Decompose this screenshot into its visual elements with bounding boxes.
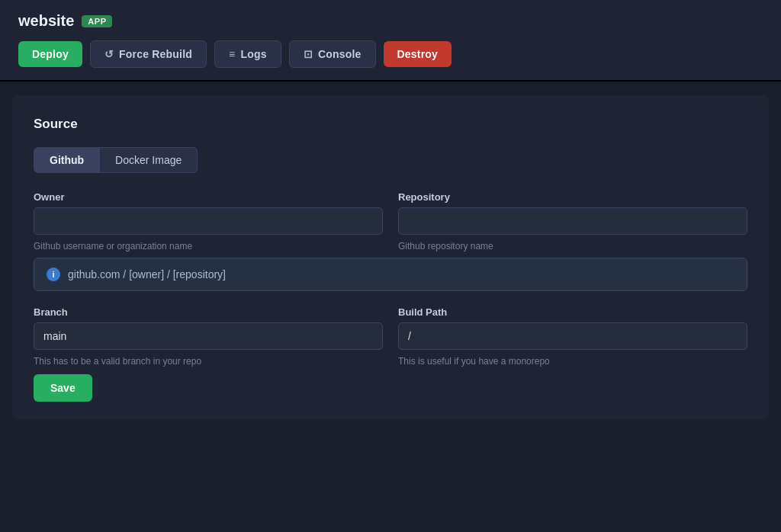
app-badge: APP	[82, 15, 112, 27]
owner-group: Owner Github username or organization na…	[34, 191, 383, 252]
build-path-input[interactable]	[398, 322, 747, 350]
branch-input[interactable]	[34, 322, 383, 350]
branch-hint: This has to be a valid branch in your re…	[34, 356, 383, 367]
branch-group: Branch This has to be a valid branch in …	[34, 306, 383, 367]
destroy-label: Destroy	[397, 48, 439, 60]
logs-label: Logs	[240, 48, 266, 60]
github-url-text: github.com / [owner] / [repository]	[68, 268, 226, 280]
console-button[interactable]: ⊡ Console	[289, 40, 376, 68]
info-icon: i	[47, 268, 60, 281]
app-title: website	[18, 12, 74, 30]
deploy-label: Deploy	[32, 48, 69, 60]
logs-icon: ≡	[229, 48, 235, 60]
repository-hint: Github repository name	[398, 241, 747, 252]
branch-label: Branch	[34, 306, 383, 318]
repository-group: Repository Github repository name	[398, 191, 747, 252]
console-label: Console	[318, 48, 362, 60]
main-content: Source Github Docker Image Owner Github …	[12, 95, 769, 420]
owner-input[interactable]	[34, 207, 383, 235]
app-title-row: website APP	[18, 12, 763, 30]
build-path-label: Build Path	[398, 306, 747, 318]
tab-docker-label: Docker Image	[115, 154, 182, 166]
source-tabs: Github Docker Image	[34, 147, 747, 173]
save-button[interactable]: Save	[34, 374, 92, 402]
tab-docker-image[interactable]: Docker Image	[100, 147, 198, 173]
console-icon: ⊡	[304, 48, 313, 60]
force-rebuild-label: Force Rebuild	[119, 48, 192, 60]
rebuild-icon: ↺	[104, 48, 114, 60]
section-title: Source	[34, 117, 747, 132]
branch-buildpath-row: Branch This has to be a valid branch in …	[34, 306, 747, 367]
logs-button[interactable]: ≡ Logs	[214, 40, 281, 68]
top-bar: website APP Deploy ↺ Force Rebuild ≡ Log…	[0, 0, 781, 82]
form-actions: Save	[34, 374, 747, 402]
toolbar: Deploy ↺ Force Rebuild ≡ Logs ⊡ Console …	[18, 40, 763, 68]
deploy-button[interactable]: Deploy	[18, 41, 82, 67]
build-path-group: Build Path This is useful if you have a …	[398, 306, 747, 367]
owner-hint: Github username or organization name	[34, 241, 383, 252]
save-label: Save	[50, 382, 76, 394]
owner-label: Owner	[34, 191, 383, 203]
build-path-hint: This is useful if you have a monorepo	[398, 356, 747, 367]
destroy-button[interactable]: Destroy	[384, 41, 452, 67]
github-preview: i github.com / [owner] / [repository]	[34, 258, 747, 291]
repository-input[interactable]	[398, 207, 747, 235]
force-rebuild-button[interactable]: ↺ Force Rebuild	[90, 40, 207, 68]
tab-github-label: Github	[50, 154, 84, 166]
tab-github[interactable]: Github	[34, 147, 100, 173]
repository-label: Repository	[398, 191, 747, 203]
owner-repo-row: Owner Github username or organization na…	[34, 191, 747, 252]
